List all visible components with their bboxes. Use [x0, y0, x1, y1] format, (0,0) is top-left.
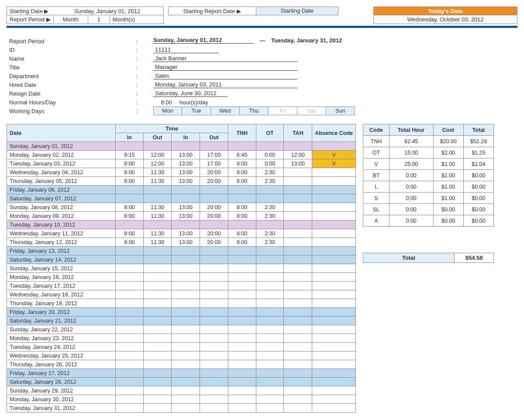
cell-tnh[interactable]: 8:00 [228, 168, 256, 177]
cell-abs[interactable] [312, 264, 356, 273]
cell-ot[interactable] [256, 317, 284, 325]
cell-in1[interactable] [116, 299, 144, 308]
cell-in2[interactable] [172, 282, 200, 290]
wd-mon[interactable]: Mon [153, 107, 182, 115]
cell-in2[interactable] [172, 255, 200, 264]
cell-ot[interactable]: 0:00 [256, 159, 284, 168]
cell-in1[interactable] [116, 142, 144, 151]
cell-out1[interactable]: 12:00 [143, 151, 172, 159]
cell-out2[interactable] [200, 264, 228, 273]
cell-date[interactable]: Saturday, January 21, 2012 [7, 317, 116, 325]
cell-tah[interactable] [284, 299, 312, 308]
cell-abs[interactable] [312, 255, 356, 264]
table-row[interactable]: Saturday, January 21, 2012 [7, 317, 356, 325]
cell-in2[interactable] [172, 386, 200, 395]
cell-in1[interactable] [116, 186, 144, 194]
cell-in2[interactable]: 13:00 [172, 203, 200, 212]
cell-out1[interactable] [143, 343, 172, 351]
cell-date[interactable]: Monday, January 23, 2012 [7, 334, 116, 343]
table-row[interactable]: Thursday, January 05, 20128:0011:3013:00… [7, 177, 356, 186]
table-row[interactable]: Thursday, January 19, 2012 [7, 299, 356, 308]
cell-ot[interactable]: 0:00 [256, 151, 284, 159]
table-row[interactable]: Thursday, January 26, 2012 [7, 360, 356, 369]
cell-tnh[interactable] [228, 194, 256, 203]
table-row[interactable]: Sunday, January 29, 2012 [7, 386, 356, 395]
cell-abs[interactable] [312, 395, 356, 404]
cell-out2[interactable] [200, 317, 228, 325]
cell-out1[interactable] [143, 282, 172, 290]
cell-out1[interactable]: 11:30 [143, 203, 172, 212]
cell-ot[interactable]: 2:30 [256, 229, 284, 238]
cell-ot[interactable] [256, 404, 284, 413]
cell-ot[interactable] [256, 299, 284, 308]
cell-in1[interactable]: 8:00 [116, 203, 144, 212]
cell-date[interactable]: Thursday, January 05, 2012 [7, 177, 116, 186]
cell-abs[interactable] [312, 203, 356, 212]
cell-ot[interactable] [256, 325, 284, 334]
cell-date[interactable]: Thursday, January 19, 2012 [7, 299, 116, 308]
cell-out1[interactable] [143, 273, 172, 282]
cell-date[interactable]: Thursday, January 12, 2012 [7, 238, 116, 247]
wd-fri[interactable]: Fri [269, 107, 297, 115]
cell-ot[interactable] [256, 282, 284, 290]
cell-in2[interactable] [172, 378, 200, 386]
cell-abs[interactable] [312, 386, 356, 395]
cell-abs[interactable] [312, 404, 356, 413]
cell-date[interactable]: Monday, January 30, 2012 [7, 395, 116, 404]
cell-abs[interactable] [312, 177, 356, 186]
cell-date[interactable]: Monday, January 02, 2012 [7, 151, 116, 159]
cell-in1[interactable]: 8:00 [116, 229, 144, 238]
cell-ot[interactable]: 2:30 [256, 238, 284, 247]
cell-out2[interactable] [200, 186, 228, 194]
cell-out1[interactable] [143, 194, 172, 203]
cell-in1[interactable]: 8:00 [116, 159, 144, 168]
cell-tnh[interactable] [228, 186, 256, 194]
cell-out1[interactable]: 11:30 [143, 212, 172, 220]
cell-tah[interactable] [284, 343, 312, 351]
table-row[interactable]: Tuesday, January 17, 2012 [7, 282, 356, 290]
cell-out1[interactable]: 11:30 [143, 177, 172, 186]
cell-abs[interactable] [312, 168, 356, 177]
cell-tnh[interactable]: 8:00 [228, 203, 256, 212]
cell-abs[interactable] [312, 325, 356, 334]
cell-in1[interactable] [116, 395, 144, 404]
cell-ot[interactable] [256, 395, 284, 404]
cell-tnh[interactable] [228, 282, 256, 290]
table-row[interactable]: Sunday, January 22, 2012 [7, 325, 356, 334]
cell-date[interactable]: Monday, January 16, 2012 [7, 273, 116, 282]
cell-abs[interactable] [312, 282, 356, 290]
cell-out2[interactable]: 20:00 [200, 229, 228, 238]
cell-out1[interactable] [143, 334, 172, 343]
cell-tnh[interactable] [228, 299, 256, 308]
table-row[interactable]: Wednesday, January 18, 2012 [7, 290, 356, 299]
cell-tnh[interactable] [228, 386, 256, 395]
cell-out1[interactable] [143, 255, 172, 264]
cell-out2[interactable]: 20:00 [200, 203, 228, 212]
cell-abs[interactable] [312, 334, 356, 343]
cell-in1[interactable] [116, 386, 144, 395]
cell-out2[interactable] [200, 255, 228, 264]
cell-ot[interactable]: 2:30 [256, 212, 284, 220]
cell-tah[interactable] [284, 369, 312, 378]
hours-value[interactable]: 8:00 [153, 99, 179, 106]
cell-in2[interactable] [172, 290, 200, 299]
cell-tah[interactable] [284, 238, 312, 247]
cell-ot[interactable] [256, 334, 284, 343]
cell-date[interactable]: Monday, January 09, 2012 [7, 212, 116, 220]
wd-thu[interactable]: Thu [240, 107, 269, 115]
cell-abs[interactable] [312, 290, 356, 299]
cell-tah[interactable]: 13:00 [284, 159, 312, 168]
cell-tnh[interactable] [228, 142, 256, 151]
cell-in2[interactable] [172, 325, 200, 334]
cell-tnh[interactable] [228, 343, 256, 351]
cell-ot[interactable] [256, 351, 284, 360]
cell-abs[interactable] [312, 220, 356, 229]
cell-in2[interactable] [172, 395, 200, 404]
cell-tah[interactable] [284, 351, 312, 360]
wd-wed[interactable]: Wed [211, 107, 240, 115]
cell-tnh[interactable]: 8:00 [228, 159, 256, 168]
cell-tnh[interactable]: 8:00 [228, 238, 256, 247]
cell-out1[interactable] [143, 247, 172, 255]
cell-date[interactable]: Sunday, January 08, 2012 [7, 203, 116, 212]
cell-in1[interactable]: 8:00 [116, 168, 144, 177]
